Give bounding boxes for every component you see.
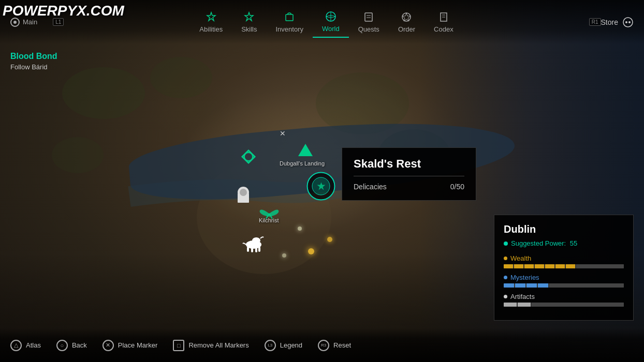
map-glow-3 xyxy=(298,227,302,231)
kilchrist-label: Kilchrist xyxy=(259,217,279,223)
place-marker-icon: ✕ xyxy=(103,340,114,351)
back-button[interactable]: ○ Back xyxy=(56,340,87,351)
remove-markers-icon: □ xyxy=(173,340,184,351)
reset-button[interactable]: R3 Reset xyxy=(318,340,351,351)
skalds-inner-svg xyxy=(316,181,326,191)
mysteries-stat: Mysteries xyxy=(504,274,624,288)
tooltip-stat-label: Delicacies xyxy=(354,183,387,191)
tooltip-stat-value: 0/50 xyxy=(450,183,464,191)
wealth-seg-3 xyxy=(524,264,534,268)
horse-svg xyxy=(241,231,267,253)
remove-markers-button[interactable]: □ Remove All Markers xyxy=(173,340,248,351)
svg-rect-17 xyxy=(286,14,293,21)
svg-point-27 xyxy=(625,21,627,23)
dublin-title: Dublin xyxy=(504,223,624,235)
wealth-seg-6 xyxy=(555,264,565,268)
world-svg xyxy=(325,11,336,22)
knot-icon[interactable] xyxy=(240,148,257,167)
nav-order[interactable]: Order xyxy=(389,7,425,37)
wealth-seg-1 xyxy=(504,264,513,268)
nav-center: Abilities Skills Inventory xyxy=(64,6,589,38)
skills-icon xyxy=(243,11,255,23)
bottom-bar: △ Atlas ○ Back ✕ Place Marker □ Remove A… xyxy=(0,328,644,362)
codex-label: Codex xyxy=(434,25,453,33)
quest-title: Blood Bond xyxy=(10,52,57,61)
nav-skills[interactable]: Skills xyxy=(232,7,266,37)
svg-point-28 xyxy=(628,21,631,23)
quests-icon xyxy=(362,11,375,23)
abilities-label: Abilities xyxy=(199,25,223,33)
dubgall-landing-icon[interactable] xyxy=(298,144,313,156)
mysteries-bar xyxy=(504,283,624,288)
dubgall-label: Dubgall's Landing xyxy=(280,160,325,167)
quest-info: Blood Bond Follow Bárid xyxy=(10,52,57,71)
location-tooltip: Skald's Rest Delicacies 0/50 xyxy=(342,147,476,201)
inventory-label: Inventory xyxy=(275,25,303,33)
quests-label: Quests xyxy=(358,25,379,33)
mysteries-seg-empty xyxy=(549,283,624,288)
codex-icon xyxy=(437,11,450,23)
artifacts-bar xyxy=(504,303,624,307)
artifacts-dot xyxy=(504,295,507,298)
suggested-power: Suggested Power: 55 xyxy=(504,239,624,247)
inventory-icon xyxy=(283,11,296,23)
wealth-seg-2 xyxy=(514,264,523,268)
artifacts-seg-2 xyxy=(518,303,531,307)
map-glow-2 xyxy=(327,237,332,242)
wealth-label: Wealth xyxy=(504,254,624,262)
atlas-label: Atlas xyxy=(26,341,41,349)
power-dot xyxy=(504,242,508,246)
order-svg xyxy=(401,11,412,23)
svg-point-10 xyxy=(252,237,260,244)
wealth-seg-5 xyxy=(545,264,554,268)
quest-subtitle: Follow Bárid xyxy=(10,63,57,71)
r1-tag: R1 xyxy=(589,18,601,26)
horse-icon[interactable] xyxy=(241,231,267,255)
abilities-svg xyxy=(206,11,217,23)
svg-rect-14 xyxy=(255,248,257,252)
nav-abilities[interactable]: Abilities xyxy=(190,7,232,37)
nav-codex[interactable]: Codex xyxy=(425,7,463,37)
mysteries-seg-1 xyxy=(504,283,514,288)
inventory-svg xyxy=(284,11,295,23)
svg-point-16 xyxy=(13,21,17,24)
store-icon xyxy=(622,17,634,28)
legend-button[interactable]: L3 Legend xyxy=(265,340,302,351)
x-marker: ✕ xyxy=(280,129,286,138)
legend-label: Legend xyxy=(280,341,302,349)
mysteries-label: Mysteries xyxy=(504,274,624,281)
atlas-button[interactable]: △ Atlas xyxy=(10,340,41,351)
abilities-icon xyxy=(205,11,217,23)
tombstone-icon[interactable] xyxy=(236,186,251,207)
svg-point-1 xyxy=(150,57,212,98)
atlas-icon: △ xyxy=(10,340,22,351)
tombstone-svg xyxy=(236,186,251,205)
mysteries-seg-2 xyxy=(515,283,525,288)
codex-svg xyxy=(438,11,449,23)
mysteries-seg-4 xyxy=(538,283,548,288)
tooltip-title: Skald's Rest xyxy=(354,157,464,176)
skalds-rest-icon[interactable] xyxy=(307,172,335,201)
nav-quests[interactable]: Quests xyxy=(349,7,389,37)
svg-point-3 xyxy=(316,72,409,134)
back-label: Back xyxy=(72,341,87,349)
svg-point-0 xyxy=(62,67,145,119)
legend-icon: L3 xyxy=(265,340,276,351)
knot-svg xyxy=(240,148,257,165)
nav-world[interactable]: World xyxy=(313,6,349,38)
store-area[interactable]: Store xyxy=(601,17,634,28)
artifacts-stat: Artifacts xyxy=(504,293,624,307)
svg-rect-12 xyxy=(247,247,249,252)
watermark: POWERPYX.COM xyxy=(3,3,124,19)
nav-inventory[interactable]: Inventory xyxy=(266,7,312,37)
wealth-seg-4 xyxy=(535,264,544,268)
wealth-seg-empty xyxy=(576,264,624,268)
artifacts-seg-1 xyxy=(504,303,517,307)
map-glow-1 xyxy=(308,248,314,254)
l1-tag: L1 xyxy=(53,18,64,26)
place-marker-button[interactable]: ✕ Place Marker xyxy=(103,340,158,351)
svg-point-2 xyxy=(52,137,104,173)
main-label: Main xyxy=(23,18,37,26)
place-marker-label: Place Marker xyxy=(118,341,158,349)
artifacts-label: Artifacts xyxy=(504,293,624,300)
